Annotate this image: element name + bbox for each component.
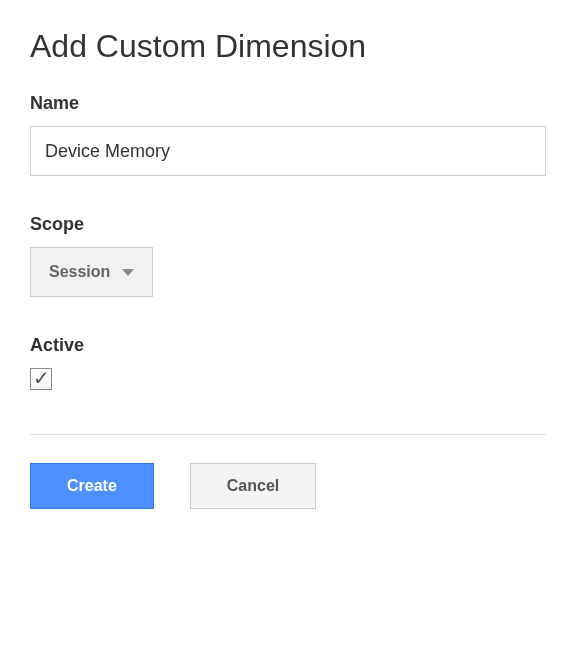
scope-selected-value: Session	[49, 263, 110, 281]
create-button[interactable]: Create	[30, 463, 154, 509]
active-label: Active	[30, 335, 550, 356]
checkmark-icon: ✓	[33, 367, 50, 389]
active-field-group: Active ✓	[30, 335, 550, 394]
scope-dropdown[interactable]: Session	[30, 247, 153, 297]
caret-down-icon	[122, 269, 134, 276]
name-input[interactable]	[30, 126, 546, 176]
active-checkbox[interactable]: ✓	[30, 368, 52, 390]
name-label: Name	[30, 93, 550, 114]
page-title: Add Custom Dimension	[30, 28, 550, 65]
cancel-button[interactable]: Cancel	[190, 463, 316, 509]
button-row: Create Cancel	[30, 463, 550, 509]
divider	[30, 434, 546, 435]
scope-field-group: Scope Session	[30, 214, 550, 297]
name-field-group: Name	[30, 93, 550, 176]
scope-label: Scope	[30, 214, 550, 235]
